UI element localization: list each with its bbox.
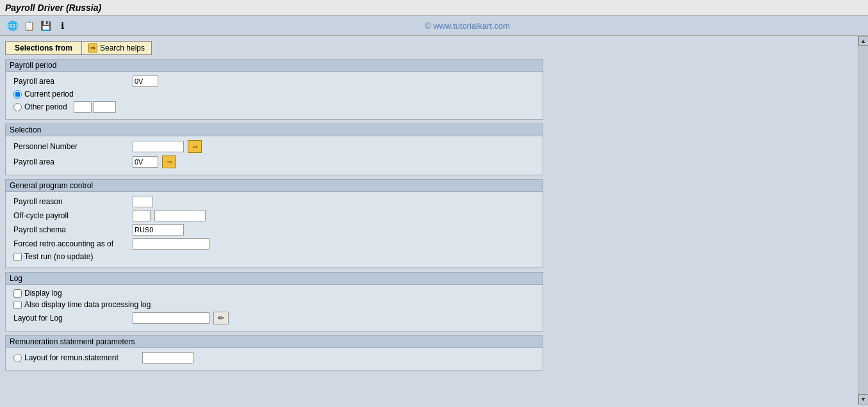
off-cycle-payroll-input-2[interactable] <box>154 210 206 221</box>
toolbar: 🌐 📋 💾 ℹ © www.tutorialkart.com <box>0 16 868 36</box>
layout-for-log-label: Layout for Log <box>13 314 129 323</box>
payroll-reason-input[interactable] <box>133 196 153 207</box>
content-area: Selections from ⇒ Search helps Payroll p… <box>0 36 868 404</box>
payroll-area-label: Payroll area <box>13 77 129 86</box>
payroll-reason-label: Payroll reason <box>13 197 129 206</box>
layout-remun-label: Layout for remun.statement <box>24 353 140 362</box>
other-period-label: Other period <box>24 102 67 111</box>
selection-payroll-area-label: Payroll area <box>13 157 129 166</box>
remuneration-section: Remuneration statement parameters Layout… <box>5 335 543 371</box>
payroll-schema-row: Payroll schema <box>13 224 535 235</box>
top-buttons-row: Selections from ⇒ Search helps <box>5 41 853 55</box>
general-program-control-section: General program control Payroll reason O… <box>5 179 543 268</box>
payroll-period-header: Payroll period <box>6 60 543 72</box>
also-display-row: Also display time data processing log <box>13 300 535 309</box>
selection-header: Selection <box>6 124 543 136</box>
also-display-checkbox[interactable] <box>13 301 22 309</box>
personnel-number-row: Personnel Number ⇒ <box>13 140 535 153</box>
payroll-area-input[interactable] <box>133 76 158 87</box>
main-content: Selections from ⇒ Search helps Payroll p… <box>0 36 858 404</box>
layout-remun-input[interactable] <box>142 352 193 363</box>
save-icon[interactable]: 💾 <box>38 19 53 33</box>
test-run-checkbox[interactable] <box>13 253 22 261</box>
scroll-up-button[interactable]: ▲ <box>858 36 869 46</box>
period-inputs <box>74 101 116 113</box>
layout-remun-radio[interactable] <box>13 354 22 362</box>
also-display-label: Also display time data processing log <box>24 300 151 309</box>
payroll-period-section: Payroll period Payroll area Current peri… <box>5 59 543 120</box>
layout-for-log-input[interactable] <box>133 312 209 324</box>
remuneration-body: Layout for remun.statement <box>6 348 543 370</box>
forced-retro-row: Forced retro.accounting as of <box>13 238 535 250</box>
selections-from-button[interactable]: Selections from <box>5 41 82 55</box>
globe-icon[interactable]: 🌐 <box>5 19 19 33</box>
personnel-number-input[interactable] <box>133 141 184 152</box>
title-bar: Payroll Driver (Russia) <box>0 0 868 16</box>
display-log-row: Display log <box>13 289 535 298</box>
layout-remun-row: Layout for remun.statement <box>13 352 535 363</box>
off-cycle-payroll-input-1[interactable] <box>133 210 151 221</box>
period-input-2[interactable] <box>93 101 116 113</box>
page-title: Payroll Driver (Russia) <box>5 3 101 13</box>
scrollbar[interactable]: ▲ ▼ <box>858 36 868 404</box>
payroll-schema-input[interactable] <box>133 224 184 235</box>
test-run-label: Test run (no update) <box>24 252 93 261</box>
log-header: Log <box>6 273 543 285</box>
forced-retro-input[interactable] <box>133 238 209 250</box>
layout-for-log-pencil-button[interactable]: ✏ <box>213 312 229 324</box>
off-cycle-payroll-row: Off-cycle payroll <box>13 210 535 221</box>
copy-icon[interactable]: 📋 <box>22 19 36 33</box>
other-period-row: Other period <box>13 101 535 113</box>
payroll-schema-label: Payroll schema <box>13 225 129 234</box>
remuneration-header: Remuneration statement parameters <box>6 336 543 348</box>
search-helps-button[interactable]: ⇒ Search helps <box>82 41 152 55</box>
payroll-area-row: Payroll area <box>13 76 535 87</box>
layout-for-log-row: Layout for Log ✏ <box>13 312 535 324</box>
payroll-reason-row: Payroll reason <box>13 196 535 207</box>
watermark-text: © www.tutorialkart.com <box>72 21 863 31</box>
test-run-row: Test run (no update) <box>13 252 535 261</box>
current-period-label: Current period <box>24 90 74 99</box>
log-section: Log Display log Also display time data p… <box>5 272 543 331</box>
selection-body: Personnel Number ⇒ Payroll area ⇒ <box>6 136 543 175</box>
selection-payroll-area-row: Payroll area ⇒ <box>13 156 535 168</box>
arrow-right-icon: ⇒ <box>88 44 97 52</box>
selection-payroll-area-arrow-button[interactable]: ⇒ <box>162 156 176 168</box>
general-program-control-header: General program control <box>6 180 543 192</box>
period-input-1[interactable] <box>74 101 92 113</box>
general-program-control-body: Payroll reason Off-cycle payroll Payroll… <box>6 192 543 267</box>
display-log-checkbox[interactable] <box>13 289 22 298</box>
personnel-number-label: Personnel Number <box>13 142 129 151</box>
search-helps-label: Search helps <box>100 44 145 52</box>
scroll-down-button[interactable]: ▼ <box>858 394 869 404</box>
forced-retro-label: Forced retro.accounting as of <box>13 239 129 248</box>
display-log-label: Display log <box>24 289 62 298</box>
payroll-period-body: Payroll area Current period Other period <box>6 72 543 119</box>
personnel-number-arrow-button[interactable]: ⇒ <box>188 140 202 153</box>
other-period-radio[interactable] <box>13 103 22 111</box>
selection-payroll-area-input[interactable] <box>133 156 158 168</box>
current-period-row: Current period <box>13 90 535 99</box>
off-cycle-payroll-label: Off-cycle payroll <box>13 211 129 220</box>
log-body: Display log Also display time data proce… <box>6 285 543 331</box>
info-icon[interactable]: ℹ <box>55 19 69 33</box>
selection-section: Selection Personnel Number ⇒ Payroll are… <box>5 124 543 175</box>
current-period-radio[interactable] <box>13 90 22 99</box>
